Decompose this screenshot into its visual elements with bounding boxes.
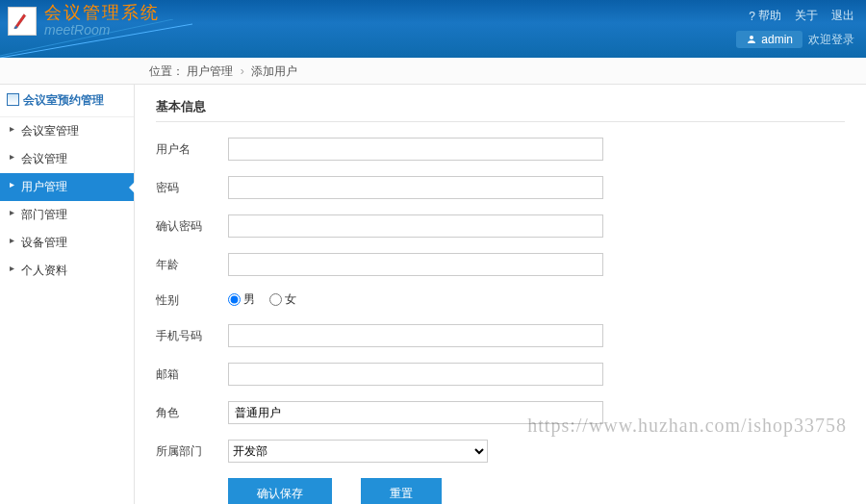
header-user: admin 欢迎登录 bbox=[736, 31, 854, 48]
sidebar-item-user[interactable]: 用户管理 bbox=[0, 173, 134, 201]
about-link[interactable]: 关于 bbox=[795, 8, 818, 24]
label-role: 角色 bbox=[156, 405, 228, 421]
breadcrumb-label: 位置： bbox=[149, 64, 184, 78]
section-title: 基本信息 bbox=[156, 98, 845, 122]
logout-link[interactable]: 退出 bbox=[831, 8, 854, 24]
username-input[interactable] bbox=[228, 138, 603, 161]
confirm-password-input[interactable] bbox=[228, 214, 603, 238]
breadcrumb: 位置： 用户管理 › 添加用户 bbox=[0, 58, 866, 85]
label-dept: 所属部门 bbox=[156, 443, 228, 460]
dept-select[interactable]: 开发部 bbox=[228, 440, 488, 463]
sidebar-item-device[interactable]: 设备管理 bbox=[0, 229, 134, 257]
sidebar-item-profile[interactable]: 个人资料 bbox=[0, 257, 134, 285]
label-confirm: 确认密码 bbox=[156, 218, 228, 235]
sidebar-item-room[interactable]: 会议室管理 bbox=[0, 117, 134, 145]
gender-female-option[interactable]: 女 bbox=[269, 291, 296, 308]
label-password: 密码 bbox=[156, 180, 228, 196]
label-gender: 性别 bbox=[156, 292, 228, 309]
app-logo-icon bbox=[8, 7, 37, 36]
age-input[interactable] bbox=[228, 253, 603, 276]
gender-female-radio[interactable] bbox=[269, 293, 282, 306]
sidebar: 会议室预约管理 会议室管理 会议管理 用户管理 部门管理 设备管理 个人资料 bbox=[0, 85, 135, 504]
sidebar-heading: 会议室预约管理 bbox=[0, 85, 134, 117]
save-button[interactable]: 确认保存 bbox=[228, 478, 332, 504]
breadcrumb-parent[interactable]: 用户管理 bbox=[187, 64, 233, 78]
phone-input[interactable] bbox=[228, 324, 603, 347]
breadcrumb-separator: › bbox=[241, 64, 244, 78]
label-username: 用户名 bbox=[156, 141, 228, 158]
help-icon: ? bbox=[749, 10, 755, 23]
sidebar-item-meeting[interactable]: 会议管理 bbox=[0, 145, 134, 173]
email-input[interactable] bbox=[228, 363, 603, 386]
help-link[interactable]: ?帮助 bbox=[749, 8, 781, 24]
sidebar-item-dept[interactable]: 部门管理 bbox=[0, 201, 134, 229]
role-input[interactable] bbox=[228, 401, 603, 424]
gender-male-option[interactable]: 男 bbox=[228, 291, 255, 308]
app-title: 会议管理系统 bbox=[44, 4, 160, 23]
reset-button[interactable]: 重置 bbox=[361, 478, 442, 504]
header-links: ?帮助 关于 退出 bbox=[749, 8, 854, 24]
label-phone: 手机号码 bbox=[156, 328, 228, 344]
logo-area: 会议管理系统 meetRoom bbox=[8, 4, 160, 38]
main-content: 基本信息 用户名 密码 确认密码 年龄 性别 男 女 手机号码 bbox=[135, 85, 866, 504]
welcome-text: 欢迎登录 bbox=[808, 32, 854, 48]
label-age: 年龄 bbox=[156, 257, 228, 273]
breadcrumb-current: 添加用户 bbox=[251, 64, 297, 78]
user-badge[interactable]: admin bbox=[736, 31, 802, 48]
password-input[interactable] bbox=[228, 176, 603, 199]
label-email: 邮箱 bbox=[156, 366, 228, 383]
gender-radio-group: 男 女 bbox=[228, 291, 603, 309]
app-subtitle: meetRoom bbox=[44, 23, 160, 38]
app-header: 会议管理系统 meetRoom ?帮助 关于 退出 admin 欢迎登录 bbox=[0, 0, 866, 58]
user-icon bbox=[746, 34, 757, 45]
svg-point-2 bbox=[750, 36, 753, 39]
gender-male-radio[interactable] bbox=[228, 293, 241, 306]
